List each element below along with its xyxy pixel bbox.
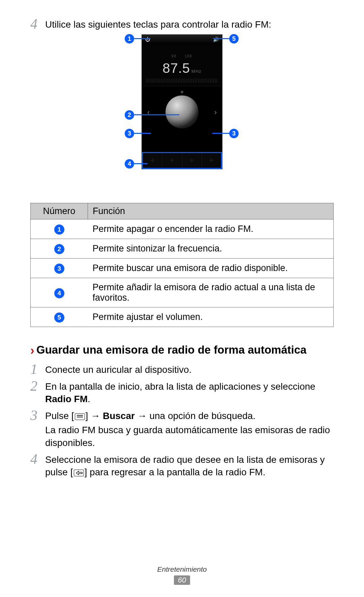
step-number: 3 xyxy=(30,408,45,422)
frequency-display: 90 100 87.5MHz xyxy=(142,44,222,86)
step-text: Seleccione la emisora de radio que desee… xyxy=(45,452,334,479)
footer-page-number: 60 xyxy=(174,575,190,585)
row-function: Permite buscar una emisora de radio disp… xyxy=(88,259,334,278)
power-icon: ⏻ xyxy=(145,37,150,42)
callout-3-right: 3 xyxy=(229,129,239,138)
frequency-value: 87.5 xyxy=(162,61,190,76)
callout-3-left: 3 xyxy=(125,129,134,138)
favorite-slot: + xyxy=(162,153,182,168)
step-number: 1 xyxy=(30,362,45,376)
step-text: Utilice las siguientes teclas para contr… xyxy=(45,17,271,31)
menu-icon xyxy=(75,413,85,420)
function-table: Número Función 1 Permite apagar o encend… xyxy=(30,203,334,327)
table-row: 2 Permite sintonizar la frecuencia. xyxy=(31,239,334,259)
seek-right-icon: › xyxy=(214,108,217,116)
step-3: 3 Pulse [] → Buscar → una opción de búsq… xyxy=(30,408,334,449)
table-row: 4 Permite añadir la emisora de radio act… xyxy=(31,278,334,307)
favorites-bar: + + + + xyxy=(142,152,222,169)
step-1: 1 Conecte un auricular al dispositivo. xyxy=(30,362,334,376)
step-text: En la pantalla de inicio, abra la lista … xyxy=(45,379,334,406)
phone-topbar: ⏻ 🔊 xyxy=(142,35,222,44)
callout-5: 5 xyxy=(229,34,239,43)
step-text: Conecte un auricular al dispositivo. xyxy=(45,362,191,376)
table-row: 5 Permite ajustar el volumen. xyxy=(31,307,334,327)
row-function: Permite ajustar el volumen. xyxy=(88,307,334,327)
page-footer: Entretenimiento 60 xyxy=(0,565,364,585)
radio-screenshot: ⏻ 🔊 90 100 87.5MHz ‹ › + + + + 1 5 2 3 3… xyxy=(91,34,273,193)
step-subtext: La radio FM busca y guarda automáticamen… xyxy=(45,424,334,449)
row-function: Permite sintonizar la frecuencia. xyxy=(88,239,334,259)
step-text: Pulse [] → Buscar → una opción de búsque… xyxy=(45,408,334,449)
favorite-slot: + xyxy=(202,153,221,168)
frequency-unit: MHz xyxy=(191,69,202,74)
step-2: 2 En la pantalla de inicio, abra la list… xyxy=(30,379,334,406)
back-icon xyxy=(74,470,84,476)
callout-2: 2 xyxy=(125,110,134,120)
callout-1: 1 xyxy=(125,34,134,43)
col-header-function: Función xyxy=(88,203,334,219)
section-heading: › Guardar una emisora de radio de forma … xyxy=(30,343,334,357)
row-badge: 1 xyxy=(54,225,64,235)
speaker-icon: 🔊 xyxy=(213,37,219,42)
row-badge: 4 xyxy=(54,288,64,298)
col-header-number: Número xyxy=(31,203,88,219)
favorite-slot: + xyxy=(182,153,202,168)
tick-label: 90 xyxy=(172,54,177,58)
tick-label: 100 xyxy=(185,54,192,58)
tuning-dial xyxy=(165,95,199,129)
table-row: 1 Permite apagar o encender la radio FM. xyxy=(31,219,334,239)
chevron-icon: › xyxy=(30,344,34,357)
row-badge: 2 xyxy=(54,244,64,254)
section-title: Guardar una emisora de radio de forma au… xyxy=(36,343,306,357)
step-4: 4 Seleccione la emisora de radio que des… xyxy=(30,452,334,479)
row-function: Permite apagar o encender la radio FM. xyxy=(88,219,334,239)
step-number: 2 xyxy=(30,379,45,393)
phone-frame: ⏻ 🔊 90 100 87.5MHz ‹ › + + + + xyxy=(142,34,222,169)
tuning-row: ‹ › xyxy=(142,86,222,129)
row-badge: 3 xyxy=(54,264,64,274)
row-function: Permite añadir la emisora de radio actua… xyxy=(88,278,334,307)
favorite-slot: + xyxy=(143,153,162,168)
footer-section-name: Entretenimiento xyxy=(0,565,364,573)
frequency-scale xyxy=(146,79,218,83)
table-row: 3 Permite buscar una emisora de radio di… xyxy=(31,259,334,278)
step-number: 4 xyxy=(30,452,45,466)
step-4-intro: 4 Utilice las siguientes teclas para con… xyxy=(30,17,334,31)
callout-4: 4 xyxy=(125,159,134,169)
step-number: 4 xyxy=(30,17,45,31)
row-badge: 5 xyxy=(54,312,64,323)
